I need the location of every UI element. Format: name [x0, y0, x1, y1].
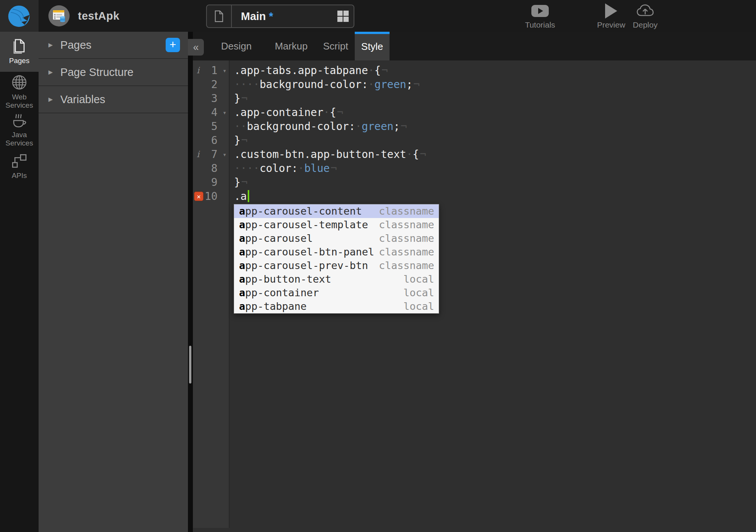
add-page-button[interactable]: + [166, 38, 180, 52]
autocomplete-item-app-carousel[interactable]: app-carouselclassname [234, 232, 439, 245]
tab-design[interactable]: Design [208, 32, 265, 60]
autocomplete-item-app-carousel-prev-btn[interactable]: app-carousel-prev-btnclassname [234, 259, 439, 272]
code-line-8[interactable]: ····color:·blue¬ [234, 161, 756, 175]
info-icon[interactable]: i [197, 147, 199, 161]
whitespace-dot: · [298, 162, 304, 175]
sidebar-item-label: JavaServices [0, 131, 39, 147]
code-line-7[interactable]: .custom-btn.app-button-text·{¬ [234, 147, 756, 161]
css-token: .app-container [234, 106, 323, 119]
collapse-panel-button[interactable]: « [188, 39, 204, 56]
css-token: } [234, 92, 241, 105]
css-token: .a [234, 190, 247, 203]
section-page-structure[interactable]: ▶ Page Structure [39, 59, 188, 86]
tab-script[interactable]: Script [318, 32, 354, 60]
gutter-line-7[interactable]: i7▾ [193, 147, 229, 161]
gutter-line-5[interactable]: 5 [193, 119, 229, 133]
sidebar-item-java-services[interactable]: JavaServices [0, 112, 39, 147]
whitespace-dot: · [406, 148, 413, 161]
autocomplete-item-app-container[interactable]: app-containerlocal [234, 286, 439, 300]
css-token: { [413, 148, 419, 161]
whitespace-dot: · [234, 162, 241, 175]
gutter-line-1[interactable]: i1▾ [193, 63, 229, 77]
completion-name: app-carousel-content [239, 204, 362, 218]
line-number: 4 [211, 105, 217, 119]
css-token: color: [259, 162, 298, 175]
newline-mark: ¬ [413, 78, 420, 91]
line-number: 8 [211, 161, 217, 175]
section-pages[interactable]: ▶ Pages + [39, 32, 188, 59]
newline-mark: ¬ [401, 120, 407, 133]
preview-play-icon [597, 3, 626, 19]
code-line-2[interactable]: ····background-color:·green;¬ [234, 77, 756, 91]
tab-style[interactable]: Style [355, 32, 390, 60]
fold-arrow-icon[interactable]: ▾ [223, 106, 227, 120]
preview-label: Preview [597, 20, 626, 29]
whitespace-dot: · [247, 162, 253, 175]
tab-markup[interactable]: Markup [265, 32, 318, 60]
fold-arrow-icon[interactable]: ▾ [223, 64, 227, 78]
sidebar-item-web-services[interactable]: WebServices [0, 74, 39, 110]
editor-tab-bar: Design Markup Script Style [193, 32, 756, 60]
gutter-line-8[interactable]: 8 [193, 161, 229, 175]
newline-mark: ¬ [382, 64, 388, 77]
panel-editor-divider [188, 32, 193, 532]
brand-logo-icon [6, 4, 32, 28]
main-sidebar: Pages WebServices JavaServices [0, 32, 39, 532]
autocomplete-item-app-button-text[interactable]: app-button-textlocal [234, 272, 439, 286]
tutorials-button[interactable]: Tutorials [524, 3, 556, 29]
line-number: 10 [205, 189, 217, 203]
expand-arrow-icon[interactable]: ▶ [48, 69, 53, 76]
gutter-line-3[interactable]: 3 [193, 91, 229, 105]
page-selector[interactable]: Main* [206, 5, 354, 28]
current-app[interactable]: testApk [48, 0, 120, 32]
scrollbar-thumb[interactable] [189, 346, 191, 384]
current-page-name: Main* [232, 10, 332, 23]
autocomplete-item-app-carousel-template[interactable]: app-carousel-templateclassname [234, 218, 439, 232]
css-value-token: blue [304, 162, 329, 175]
whitespace-dot: · [368, 64, 374, 77]
preview-button[interactable]: Preview [597, 3, 626, 29]
java-services-coffee-icon [0, 112, 39, 128]
whitespace-dot: · [241, 162, 247, 175]
whitespace-dot: · [253, 162, 260, 175]
editor-gutter: i1▾234▾56i7▾89✕10 [193, 60, 230, 528]
page-doc-icon [207, 5, 232, 27]
error-icon[interactable]: ✕ [194, 192, 203, 201]
code-line-6[interactable]: }¬ [234, 133, 756, 147]
sidebar-item-pages[interactable]: Pages [0, 32, 39, 72]
unsaved-marker: * [269, 10, 273, 22]
autocomplete-item-app-carousel-content[interactable]: app-carousel-contentclassname [234, 204, 439, 218]
code-line-10[interactable]: .a [234, 189, 756, 203]
newline-mark: ¬ [420, 148, 426, 161]
expand-arrow-icon[interactable]: ▶ [48, 96, 53, 103]
tutorials-youtube-icon [524, 3, 556, 19]
code-line-9[interactable]: }¬ [234, 175, 756, 189]
brand-logo-button[interactable] [0, 0, 39, 32]
info-icon[interactable]: i [197, 63, 199, 77]
code-line-5[interactable]: ··background-color:·green;¬ [234, 119, 756, 133]
css-token: ; [406, 78, 413, 91]
gutter-line-10[interactable]: ✕10 [193, 189, 229, 203]
line-number: 1 [211, 63, 217, 77]
expand-arrow-icon[interactable]: ▶ [48, 42, 53, 48]
completion-type: classname [379, 204, 434, 218]
code-line-1[interactable]: .app-tabs.app-tabpane·{¬ [234, 63, 756, 77]
code-line-4[interactable]: .app-container·{¬ [234, 105, 756, 119]
gutter-line-9[interactable]: 9 [193, 175, 229, 189]
section-variables[interactable]: ▶ Variables [39, 86, 188, 113]
gutter-line-6[interactable]: 6 [193, 133, 229, 147]
whitespace-dot: · [355, 120, 362, 133]
sidebar-item-apis[interactable]: APIs [0, 153, 39, 180]
completion-type: local [404, 300, 434, 313]
pages-grid-icon[interactable] [332, 10, 354, 22]
whitespace-dot: · [234, 78, 241, 91]
completion-name: app-button-text [239, 272, 331, 286]
gutter-line-2[interactable]: 2 [193, 77, 229, 91]
gutter-line-4[interactable]: 4▾ [193, 105, 229, 119]
code-line-3[interactable]: }¬ [234, 91, 756, 105]
fold-arrow-icon[interactable]: ▾ [223, 148, 227, 162]
deploy-button[interactable]: Deploy [631, 3, 660, 29]
autocomplete-item-app-tabpane[interactable]: app-tabpanelocal [234, 300, 439, 313]
autocomplete-item-app-carousel-btn-panel[interactable]: app-carousel-btn-panelclassname [234, 245, 439, 259]
completion-name: app-carousel [239, 232, 313, 245]
